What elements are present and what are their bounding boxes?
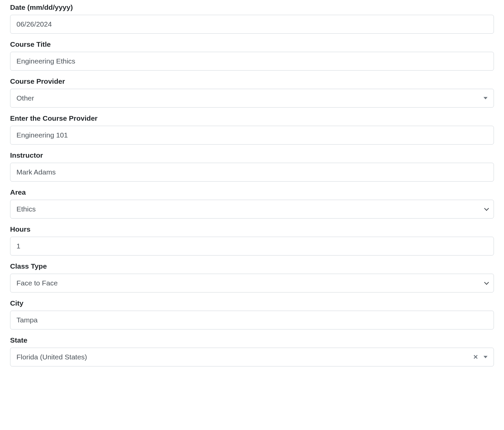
label-course-title: Course Title — [10, 40, 494, 48]
course-provider-value: Other — [16, 94, 477, 102]
label-date: Date (mm/dd/yyyy) — [10, 3, 494, 11]
hours-value: 1 — [16, 242, 488, 250]
area-value: Ethics — [16, 205, 477, 213]
state-value: Florida (United States) — [16, 353, 467, 361]
field-state: State Florida (United States) ✕ — [10, 336, 494, 366]
city-input[interactable]: Tampa — [10, 311, 494, 329]
hours-input[interactable]: 1 — [10, 237, 494, 256]
clear-icon[interactable]: ✕ — [473, 354, 478, 360]
class-type-value: Face to Face — [16, 279, 477, 287]
field-course-provider: Course Provider Other — [10, 77, 494, 108]
course-provider-select[interactable]: Other — [10, 89, 494, 108]
field-course-provider-text: Enter the Course Provider Engineering 10… — [10, 114, 494, 145]
label-state: State — [10, 336, 494, 344]
date-value: 06/26/2024 — [16, 20, 488, 28]
chevron-down-icon — [484, 280, 489, 285]
label-course-provider: Course Provider — [10, 77, 494, 85]
caret-down-icon — [484, 97, 488, 100]
state-select[interactable]: Florida (United States) ✕ — [10, 348, 494, 366]
label-city: City — [10, 299, 494, 307]
label-instructor: Instructor — [10, 151, 494, 159]
field-area: Area Ethics — [10, 188, 494, 219]
chevron-down-icon — [484, 206, 489, 211]
field-class-type: Class Type Face to Face — [10, 262, 494, 292]
field-course-title: Course Title Engineering Ethics — [10, 40, 494, 71]
course-provider-text-value: Engineering 101 — [16, 131, 488, 139]
date-input[interactable]: 06/26/2024 — [10, 15, 494, 34]
label-area: Area — [10, 188, 494, 196]
label-hours: Hours — [10, 225, 494, 233]
class-type-select[interactable]: Face to Face — [10, 274, 494, 292]
course-title-value: Engineering Ethics — [16, 57, 488, 65]
field-city: City Tampa — [10, 299, 494, 329]
instructor-value: Mark Adams — [16, 168, 488, 176]
field-hours: Hours 1 — [10, 225, 494, 256]
course-title-input[interactable]: Engineering Ethics — [10, 52, 494, 71]
caret-down-icon — [484, 356, 488, 358]
field-date: Date (mm/dd/yyyy) 06/26/2024 — [10, 3, 494, 34]
instructor-input[interactable]: Mark Adams — [10, 163, 494, 182]
city-value: Tampa — [16, 316, 488, 324]
field-instructor: Instructor Mark Adams — [10, 151, 494, 182]
course-provider-text-input[interactable]: Engineering 101 — [10, 126, 494, 145]
area-select[interactable]: Ethics — [10, 200, 494, 219]
label-course-provider-text: Enter the Course Provider — [10, 114, 494, 122]
label-class-type: Class Type — [10, 262, 494, 270]
